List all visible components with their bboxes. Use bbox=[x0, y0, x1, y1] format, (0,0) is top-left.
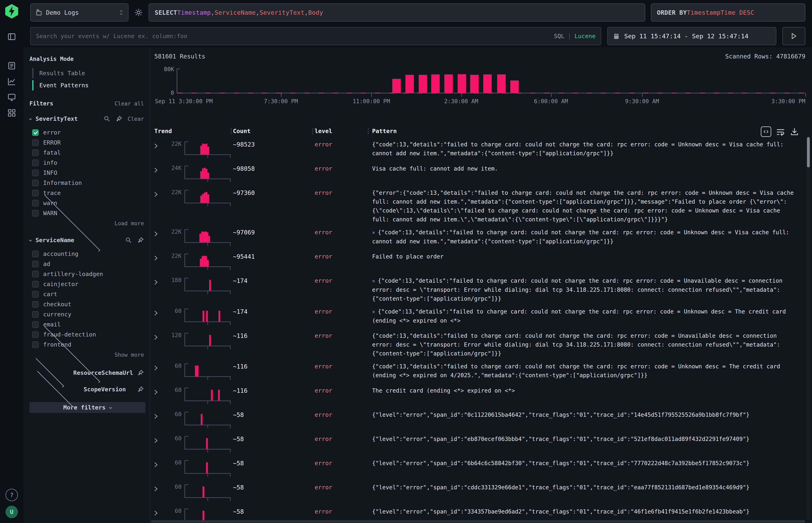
pattern-row[interactable]: 22K~98523error{"code":13,"details":"fail… bbox=[150, 138, 812, 162]
pattern-row[interactable]: 22K~95441errorFailed to place order bbox=[150, 250, 812, 274]
histogram-bar[interactable] bbox=[431, 74, 440, 93]
line-chart-icon[interactable] bbox=[5, 75, 18, 88]
row-expand-chevron[interactable] bbox=[150, 307, 161, 316]
row-expand-chevron[interactable] bbox=[150, 188, 161, 197]
pin-icon[interactable] bbox=[137, 369, 144, 376]
pattern-text[interactable]: {"code":13,"details":"failed to charge c… bbox=[372, 362, 800, 380]
checkbox-checked[interactable] bbox=[32, 129, 39, 136]
row-expand-chevron[interactable] bbox=[150, 411, 161, 419]
column-header-count[interactable]: Count bbox=[233, 128, 250, 134]
row-expand-chevron[interactable] bbox=[150, 435, 161, 444]
chevron-down-icon[interactable] bbox=[29, 118, 32, 120]
pattern-row[interactable]: 60~116errorThe credit card (ending <*> e… bbox=[150, 384, 812, 408]
filter-option[interactable]: checkout bbox=[30, 299, 144, 309]
clear-all-button[interactable]: Clear all bbox=[114, 101, 144, 107]
load-more-link[interactable]: Load more bbox=[30, 218, 144, 228]
analysis-mode-item[interactable]: Event Patterns bbox=[30, 79, 144, 91]
pattern-text[interactable]: ×{"code":13,"details":"failed to charge … bbox=[372, 307, 800, 325]
filter-option[interactable]: WARN bbox=[30, 208, 144, 218]
more-filters-button[interactable]: More filters bbox=[30, 402, 145, 413]
pattern-text[interactable]: ×{"code":13,"details":"failed to charge … bbox=[372, 228, 800, 246]
order-by-input[interactable]: ORDER BY TimestampTime DESC bbox=[651, 3, 805, 22]
pattern-row[interactable]: 60~58error{"level":"error","span_id":"eb… bbox=[150, 432, 812, 456]
checkbox-unchecked[interactable] bbox=[32, 321, 39, 328]
pattern-row[interactable]: 60~116error{"code":13,"details":"failed … bbox=[150, 360, 812, 384]
pattern-text[interactable]: The credit card (ending <*> expired on <… bbox=[372, 386, 800, 395]
date-range-picker[interactable]: Sep 11 15:47:14 - Sep 12 15:47:14 bbox=[607, 27, 776, 45]
checkbox-unchecked[interactable] bbox=[32, 301, 39, 308]
row-expand-chevron[interactable] bbox=[150, 483, 161, 492]
filter-option[interactable]: accounting bbox=[30, 249, 144, 259]
row-expand-chevron[interactable] bbox=[150, 386, 161, 395]
source-selector[interactable]: Demo Logs bbox=[30, 3, 128, 22]
pattern-text[interactable]: Visa cache full: cannot add new item. bbox=[372, 164, 800, 173]
user-avatar[interactable]: U bbox=[5, 506, 18, 518]
dismiss-x-icon[interactable]: × bbox=[372, 309, 375, 315]
pattern-text[interactable]: {"code":13,"details":"failed to charge c… bbox=[372, 140, 800, 158]
histogram-bar[interactable] bbox=[470, 75, 479, 93]
checkbox-unchecked[interactable] bbox=[32, 271, 39, 277]
histogram-bar[interactable] bbox=[444, 74, 453, 93]
clear-filter-button[interactable]: Clear bbox=[128, 116, 144, 122]
checkbox-unchecked[interactable] bbox=[32, 180, 39, 186]
checkbox-unchecked[interactable] bbox=[32, 291, 39, 297]
checkbox-unchecked[interactable] bbox=[32, 139, 39, 146]
filter-option[interactable]: cainjector bbox=[30, 279, 144, 289]
row-expand-chevron[interactable] bbox=[150, 362, 161, 371]
services-grid-icon[interactable] bbox=[5, 106, 18, 119]
dismiss-x-icon[interactable]: × bbox=[372, 230, 375, 235]
filter-option[interactable]: Information bbox=[30, 178, 144, 188]
pattern-row[interactable]: 24K~98058errorVisa cache full: cannot ad… bbox=[150, 162, 812, 186]
sql-mode-label[interactable]: SQL bbox=[554, 33, 564, 39]
select-query-input[interactable]: SELECT Timestamp, ServiceName, SeverityT… bbox=[149, 3, 645, 22]
pin-icon[interactable] bbox=[137, 386, 144, 393]
filter-option[interactable]: info bbox=[30, 158, 144, 168]
column-drag-handle[interactable]: ⋮ bbox=[310, 127, 315, 135]
filter-option[interactable]: artillery-loadgen bbox=[30, 269, 144, 279]
search-icon[interactable] bbox=[104, 115, 110, 122]
pattern-row[interactable]: 22K~97069error×{"code":13,"details":"fai… bbox=[150, 226, 812, 250]
pattern-text[interactable]: {"error":{"code":13,"details":"failed to… bbox=[372, 188, 800, 224]
pattern-text[interactable]: {"level":"error","span_id":"334357bae9ed… bbox=[372, 507, 800, 516]
pattern-row[interactable]: 60~58error{"level":"error","span_id":"cd… bbox=[150, 481, 812, 505]
checkbox-unchecked[interactable] bbox=[32, 169, 39, 176]
pattern-row[interactable]: 60~174error×{"code":13,"details":"failed… bbox=[150, 305, 812, 329]
pattern-text[interactable]: {"level":"error","span_id":"0c11220615ba… bbox=[372, 411, 800, 419]
checkbox-unchecked[interactable] bbox=[32, 261, 39, 267]
pin-icon[interactable] bbox=[116, 115, 122, 122]
vertical-scrollbar[interactable] bbox=[806, 136, 810, 520]
pattern-text[interactable]: ×{"code":13,"details":"failed to charge … bbox=[372, 276, 800, 303]
pattern-row[interactable]: 120~116error{"code":13,"details":"failed… bbox=[150, 329, 812, 360]
pattern-text[interactable]: Failed to place order bbox=[372, 252, 800, 261]
logbook-icon[interactable] bbox=[5, 59, 18, 72]
row-expand-chevron[interactable] bbox=[150, 276, 161, 285]
checkbox-unchecked[interactable] bbox=[32, 331, 39, 338]
histogram-bar[interactable] bbox=[405, 75, 414, 93]
column-header-level[interactable]: level bbox=[315, 128, 332, 134]
row-expand-chevron[interactable] bbox=[150, 140, 161, 149]
histogram-bar[interactable] bbox=[458, 74, 466, 93]
scrollbar-thumb[interactable] bbox=[807, 137, 810, 167]
gear-icon[interactable] bbox=[134, 8, 143, 17]
pattern-row[interactable]: 22K~97360error{"error":{"code":13,"detai… bbox=[150, 186, 812, 226]
sidebar-toggle-icon[interactable] bbox=[5, 30, 18, 43]
lucene-mode-label[interactable]: Lucene bbox=[575, 33, 596, 39]
column-drag-handle[interactable]: ⋮ bbox=[365, 127, 371, 135]
filter-option[interactable]: fatal bbox=[30, 148, 144, 158]
filter-option[interactable]: INFO bbox=[30, 168, 144, 178]
filter-group-collapsed[interactable]: ScopeVersion bbox=[30, 386, 144, 393]
histogram-bar[interactable] bbox=[419, 75, 427, 93]
filter-option[interactable]: cart bbox=[30, 289, 144, 299]
run-query-button[interactable] bbox=[782, 27, 805, 45]
row-expand-chevron[interactable] bbox=[150, 507, 161, 516]
analysis-mode-item[interactable]: Results Table bbox=[30, 67, 144, 79]
filter-option[interactable]: ad bbox=[30, 259, 144, 269]
app-logo-icon[interactable] bbox=[5, 4, 19, 19]
load-more-link[interactable]: Show more bbox=[30, 349, 144, 360]
checkbox-unchecked[interactable] bbox=[32, 341, 39, 348]
dismiss-x-icon[interactable]: × bbox=[372, 278, 375, 284]
checkbox-unchecked[interactable] bbox=[32, 210, 39, 217]
chevron-down-icon[interactable] bbox=[29, 239, 32, 241]
column-drag-handle[interactable]: ⋮ bbox=[228, 127, 233, 135]
search-icon[interactable] bbox=[125, 237, 132, 244]
